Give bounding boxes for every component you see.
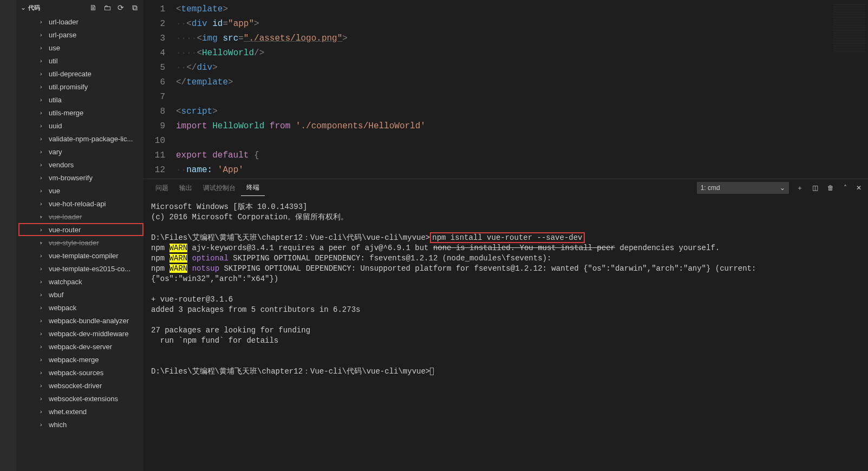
chevron-right-icon: › — [40, 421, 45, 428]
close-panel-icon[interactable]: ✕ — [856, 184, 862, 192]
new-folder-icon[interactable]: 🗀 — [103, 3, 112, 12]
chevron-right-icon: › — [40, 278, 45, 285]
folder-label: websocket-driver — [49, 382, 102, 390]
folder-label: webpack-bundle-analyzer — [49, 317, 129, 325]
chevron-right-icon: › — [40, 343, 45, 350]
sidebar: ⌄ 代码 🗎 🗀 ⟳ ⧉ ›url-loader›url-parse›use›u… — [16, 0, 143, 471]
sidebar-item-uuid[interactable]: ›uuid — [18, 119, 143, 132]
explorer-header[interactable]: ⌄ 代码 🗎 🗀 ⟳ ⧉ — [16, 0, 143, 15]
editor[interactable]: 123456789101112 <template> ··<div id="ap… — [143, 0, 868, 179]
sidebar-item-utila[interactable]: ›utila — [18, 93, 143, 106]
sidebar-item-vue-template-compiler[interactable]: ›vue-template-compiler — [18, 249, 143, 262]
sidebar-item-vm-browserify[interactable]: ›vm-browserify — [18, 171, 143, 184]
chevron-down-icon: ⌄ — [780, 184, 785, 192]
code-area[interactable]: <template> ··<div id="app"> ····<img src… — [176, 0, 868, 179]
refresh-icon[interactable]: ⟳ — [116, 3, 125, 12]
folder-label: wbuf — [49, 291, 63, 299]
chevron-right-icon: › — [40, 213, 45, 220]
folder-label: vue-loader — [49, 213, 82, 221]
bottom-panel: 问题 输出 调试控制台 终端 1: cmd ⌄ ＋ ◫ 🗑 ˄ ✕ Micros… — [143, 179, 868, 471]
sidebar-item-vue-style-loader[interactable]: ›vue-style-loader — [18, 236, 143, 249]
folder-label: vm-browserify — [49, 174, 93, 182]
sidebar-item-webpack[interactable]: ›webpack — [18, 301, 143, 314]
maximize-panel-icon[interactable]: ˄ — [844, 184, 847, 192]
chevron-right-icon: › — [40, 395, 45, 402]
main-area: 123456789101112 <template> ··<div id="ap… — [143, 0, 868, 471]
folder-label: url-parse — [49, 31, 76, 39]
new-file-icon[interactable]: 🗎 — [89, 3, 97, 12]
sidebar-item-url-loader[interactable]: ›url-loader — [18, 15, 143, 28]
chevron-right-icon: › — [40, 96, 45, 103]
file-tree: ›url-loader›url-parse›use›util›util-depr… — [16, 15, 143, 471]
sidebar-item-webpack-merge[interactable]: ›webpack-merge — [18, 353, 143, 366]
tab-debug-console[interactable]: 调试控制台 — [198, 180, 241, 196]
sidebar-item-util-promisify[interactable]: ›util.promisify — [18, 80, 143, 93]
kill-terminal-icon[interactable]: 🗑 — [827, 184, 834, 192]
chevron-right-icon: › — [40, 148, 45, 155]
chevron-right-icon: › — [40, 317, 45, 324]
folder-label: util — [49, 57, 58, 65]
terminal-selector[interactable]: 1: cmd ⌄ — [697, 182, 789, 194]
chevron-right-icon: › — [40, 44, 45, 51]
sidebar-item-url-parse[interactable]: ›url-parse — [18, 28, 143, 41]
chevron-right-icon: › — [40, 109, 45, 116]
sidebar-item-vue-template-es2015-co-[interactable]: ›vue-template-es2015-co... — [18, 262, 143, 275]
sidebar-item-websocket-extensions[interactable]: ›websocket-extensions — [18, 392, 143, 405]
split-terminal-icon[interactable]: ◫ — [812, 184, 818, 192]
sidebar-item-vendors[interactable]: ›vendors — [18, 158, 143, 171]
line-gutter: 123456789101112 — [143, 0, 176, 179]
terminal-selector-label: 1: cmd — [701, 184, 720, 192]
chevron-right-icon: › — [40, 161, 45, 168]
chevron-right-icon: › — [40, 31, 45, 38]
chevron-right-icon: › — [40, 174, 45, 181]
tab-problems[interactable]: 问题 — [150, 180, 174, 196]
folder-label: use — [49, 44, 60, 52]
tab-terminal[interactable]: 终端 — [241, 180, 265, 196]
sidebar-item-validate-npm-package-lic-[interactable]: ›validate-npm-package-lic... — [18, 132, 143, 145]
folder-label: vue-style-loader — [49, 239, 99, 247]
sidebar-item-vue[interactable]: ›vue — [18, 184, 143, 197]
terminal-cursor — [430, 368, 434, 375]
folder-label: vue-template-compiler — [49, 252, 119, 260]
sidebar-item-watchpack[interactable]: ›watchpack — [18, 275, 143, 288]
sidebar-item-webpack-bundle-analyzer[interactable]: ›webpack-bundle-analyzer — [18, 314, 143, 327]
sidebar-item-util-deprecate[interactable]: ›util-deprecate — [18, 67, 143, 80]
sidebar-item-whet-extend[interactable]: ›whet.extend — [18, 405, 143, 418]
activity-bar — [0, 0, 16, 471]
tab-output[interactable]: 输出 — [174, 180, 198, 196]
sidebar-item-wbuf[interactable]: ›wbuf — [18, 288, 143, 301]
sidebar-item-webpack-dev-middleware[interactable]: ›webpack-dev-middleware — [18, 327, 143, 340]
chevron-right-icon: › — [40, 252, 45, 259]
new-terminal-icon[interactable]: ＋ — [797, 184, 803, 192]
sidebar-item-utils-merge[interactable]: ›utils-merge — [18, 106, 143, 119]
terminal-output[interactable]: Microsoft Windows [版本 10.0.14393] (c) 20… — [143, 197, 868, 471]
sidebar-item-util[interactable]: ›util — [18, 54, 143, 67]
sidebar-item-vue-loader[interactable]: ›vue-loader — [18, 210, 143, 223]
folder-label: webpack-dev-middleware — [49, 330, 128, 338]
sidebar-item-webpack-dev-server[interactable]: ›webpack-dev-server — [18, 340, 143, 353]
sidebar-item-websocket-driver[interactable]: ›websocket-driver — [18, 379, 143, 392]
folder-label: util.promisify — [49, 83, 88, 91]
sidebar-item-webpack-sources[interactable]: ›webpack-sources — [18, 366, 143, 379]
sidebar-item-vary[interactable]: ›vary — [18, 145, 143, 158]
chevron-right-icon: › — [40, 83, 45, 90]
sidebar-item-vue-hot-reload-api[interactable]: ›vue-hot-reload-api — [18, 197, 143, 210]
chevron-right-icon: › — [40, 70, 45, 77]
chevron-right-icon: › — [40, 135, 45, 142]
chevron-right-icon: › — [40, 291, 45, 298]
minimap[interactable] — [833, 3, 866, 52]
highlighted-command: npm isntall vue-router --save-dev — [430, 232, 584, 243]
chevron-down-icon: ⌄ — [21, 4, 26, 11]
sidebar-item-which[interactable]: ›which — [18, 418, 143, 431]
folder-label: webpack-sources — [49, 369, 103, 377]
explorer-title: 代码 — [28, 4, 86, 12]
folder-label: watchpack — [49, 278, 82, 286]
sidebar-item-vue-router[interactable]: ›vue-router — [18, 223, 143, 236]
folder-label: vue-hot-reload-api — [49, 200, 106, 208]
sidebar-item-use[interactable]: ›use — [18, 41, 143, 54]
folder-label: vendors — [49, 161, 74, 169]
collapse-all-icon[interactable]: ⧉ — [130, 3, 139, 12]
folder-label: vue-router — [49, 226, 81, 234]
folder-label: webpack-dev-server — [49, 343, 112, 351]
chevron-right-icon: › — [40, 356, 45, 363]
